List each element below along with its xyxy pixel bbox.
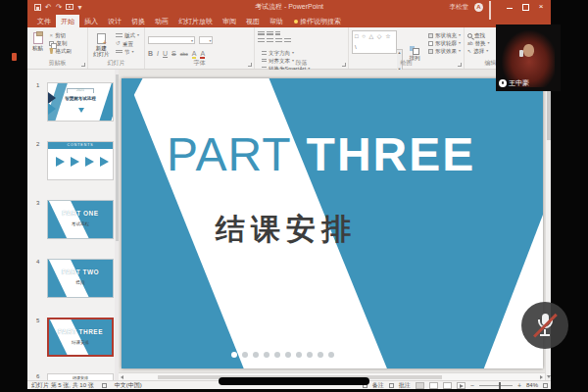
new-slide-icon bbox=[97, 33, 106, 44]
tab-review[interactable]: 审阅 bbox=[218, 15, 241, 27]
language-indicator[interactable]: 中文(中国) bbox=[115, 381, 142, 390]
scroll-right-arrow[interactable] bbox=[540, 375, 543, 379]
font-color-button[interactable]: A bbox=[200, 50, 205, 59]
blue-triangle-shape bbox=[48, 103, 56, 115]
section-button[interactable]: 节▾ bbox=[116, 49, 139, 55]
shape-outline-button[interactable]: 形状轮廓▾ bbox=[428, 40, 461, 46]
align-left-icon[interactable] bbox=[258, 38, 265, 43]
slideshow-view-button[interactable] bbox=[457, 382, 466, 389]
tab-home[interactable]: 开始 bbox=[56, 15, 79, 27]
shapes-gallery[interactable]: □ ○ △ ◇ ☆ \ ▷ ◁ ─ ◇ ○ □ bbox=[352, 30, 397, 54]
user-avatar[interactable]: A bbox=[474, 3, 483, 12]
text-direction-button[interactable]: 文字方向▾ bbox=[262, 50, 310, 56]
start-slideshow-icon[interactable] bbox=[66, 4, 74, 10]
layout-button[interactable]: 版式▾ bbox=[116, 32, 139, 38]
select-button[interactable]: ↖选择▾ bbox=[467, 48, 490, 54]
align-center-icon[interactable] bbox=[267, 38, 273, 43]
close-button[interactable]: × bbox=[536, 2, 546, 12]
tab-view[interactable]: 视图 bbox=[241, 15, 265, 27]
comments-toggle[interactable]: 批注 bbox=[399, 381, 411, 390]
fit-to-window-icon[interactable] bbox=[543, 383, 548, 388]
group-clipboard: 粘贴 ×剪切 复制 格式刷 剪贴板 bbox=[27, 27, 88, 69]
slide-canvas[interactable]: PART THREE 结课安排 bbox=[122, 78, 543, 368]
reading-view-button[interactable] bbox=[443, 382, 452, 389]
format-painter-button[interactable]: 格式刷 bbox=[49, 48, 72, 54]
slide-editor-area: PART THREE 结课安排 bbox=[119, 70, 545, 372]
thumbnail-slide-5-selected[interactable]: 5 PART THREE 结课安排 bbox=[47, 318, 114, 357]
customize-qat-icon[interactable]: ▾ bbox=[77, 4, 81, 11]
zoom-in-button[interactable]: + bbox=[517, 382, 521, 389]
signed-in-user[interactable]: 李松堂 bbox=[450, 3, 469, 12]
slide-sorter-view-button[interactable] bbox=[429, 382, 438, 389]
zoom-out-button[interactable]: − bbox=[470, 382, 474, 389]
clear-format-button[interactable]: abc bbox=[180, 51, 188, 57]
bullets-icon[interactable] bbox=[258, 31, 265, 36]
new-slide-button[interactable]: 新建幻灯片 bbox=[91, 32, 112, 58]
phone-in-hand bbox=[519, 50, 523, 57]
scroll-down-arrow[interactable] bbox=[547, 375, 551, 378]
shape-fill-button[interactable]: 形状填充▾ bbox=[428, 32, 461, 38]
italic-button[interactable]: I bbox=[157, 50, 159, 57]
thumbnail-slide-2[interactable]: 2 CONTENTS bbox=[47, 141, 114, 180]
participant-video-tile[interactable]: 王中豪 bbox=[496, 24, 561, 91]
scroll-left-arrow[interactable] bbox=[121, 375, 123, 379]
numbering-icon[interactable] bbox=[267, 31, 273, 36]
zoom-percentage[interactable]: 84% bbox=[526, 382, 538, 388]
quick-access-toolbar: ↶ ↷ ▾ bbox=[27, 4, 81, 11]
shape-effects-button[interactable]: 形状效果▾ bbox=[428, 48, 461, 54]
slide-subtitle-textbox[interactable]: 结课安排 bbox=[216, 210, 357, 250]
tell-me-search[interactable]: 操作说明搜索 bbox=[294, 15, 341, 27]
undo-icon[interactable]: ↶ bbox=[45, 4, 52, 11]
justify-icon[interactable] bbox=[284, 38, 291, 43]
tab-transitions[interactable]: 切换 bbox=[126, 15, 150, 27]
comments-icon bbox=[389, 383, 394, 388]
minimize-button[interactable] bbox=[505, 2, 514, 12]
white-stripe bbox=[48, 201, 113, 238]
thumbnail-slide-1[interactable]: 1 2021 智慧树考试流程 bbox=[47, 82, 114, 122]
ribbon-display-options-icon[interactable] bbox=[489, 2, 499, 12]
cut-button[interactable]: ×剪切 bbox=[49, 32, 72, 38]
reset-icon: ↺ bbox=[116, 40, 121, 47]
notes-toggle[interactable]: 备注 bbox=[372, 381, 384, 390]
tab-slideshow[interactable]: 幻灯片放映 bbox=[173, 15, 218, 27]
tab-insert[interactable]: 插入 bbox=[79, 15, 103, 27]
thumbnail-slide-3[interactable]: 3 PART ONE 考试流程 bbox=[47, 200, 114, 239]
group-slides: 新建幻灯片 版式▾ ↺重置 节▾ 幻灯片 bbox=[88, 27, 145, 69]
zoom-slider[interactable] bbox=[479, 385, 513, 386]
bold-button[interactable]: B bbox=[148, 50, 153, 57]
shape-effects-icon bbox=[428, 49, 433, 54]
mic-icon bbox=[499, 79, 507, 87]
copy-button[interactable]: 复制 bbox=[49, 40, 72, 46]
redo-icon[interactable]: ↷ bbox=[56, 4, 63, 11]
normal-view-button[interactable] bbox=[416, 382, 424, 389]
find-button[interactable]: 查找 bbox=[467, 32, 490, 38]
muted-mic-button[interactable] bbox=[521, 302, 568, 349]
select-icon: ↖ bbox=[467, 49, 471, 54]
align-right-icon[interactable] bbox=[275, 38, 282, 43]
arrow-shapes bbox=[56, 157, 109, 167]
accessibility-icon[interactable] bbox=[102, 383, 107, 388]
underline-button[interactable]: U bbox=[163, 50, 168, 57]
restore-button[interactable] bbox=[520, 2, 530, 12]
tab-help[interactable]: 帮助 bbox=[265, 15, 288, 27]
participant-face bbox=[523, 44, 534, 57]
thumb1-title: 智慧树考试流程 bbox=[56, 96, 105, 101]
reset-button[interactable]: ↺重置 bbox=[116, 40, 139, 47]
meeting-toolbar-pill[interactable] bbox=[219, 377, 369, 385]
triangle-down-icon bbox=[78, 108, 84, 113]
tab-animations[interactable]: 动画 bbox=[150, 15, 173, 27]
font-name-combo[interactable]: ▾ bbox=[148, 36, 195, 44]
indent-icon[interactable] bbox=[275, 31, 280, 36]
paste-button[interactable]: 粘贴 bbox=[30, 31, 45, 52]
group-font: ▾ ▾ B I U S abc A A 字体 bbox=[145, 27, 255, 69]
highlight-color-button[interactable]: A bbox=[192, 50, 197, 59]
zoom-slider-thumb[interactable] bbox=[499, 382, 501, 389]
tab-file[interactable]: 文件 bbox=[32, 15, 56, 27]
slide-title-textbox[interactable]: PART THREE bbox=[167, 131, 475, 178]
tab-design[interactable]: 设计 bbox=[103, 15, 126, 27]
thumbnail-slide-4[interactable]: 4 PART TWO 提问 bbox=[47, 259, 114, 298]
replace-button[interactable]: ab替换▾ bbox=[467, 40, 490, 46]
save-icon[interactable] bbox=[34, 4, 41, 11]
font-size-combo[interactable]: ▾ bbox=[199, 36, 213, 44]
strikethrough-button[interactable]: S bbox=[172, 50, 176, 57]
